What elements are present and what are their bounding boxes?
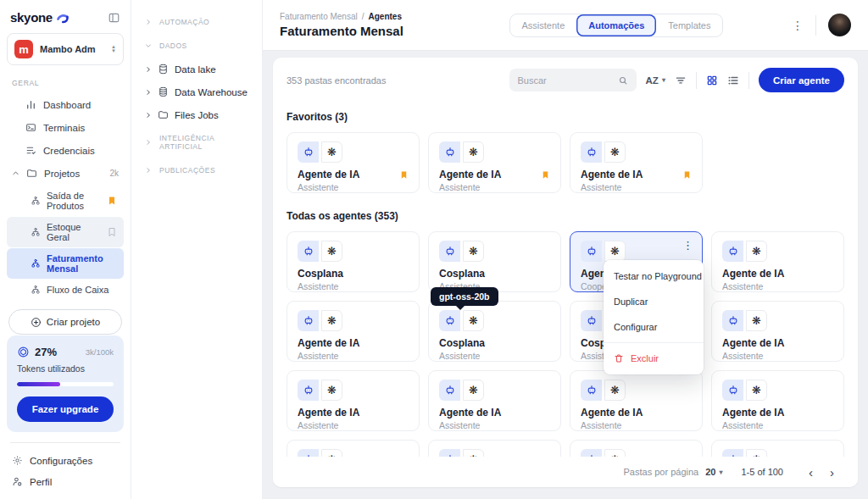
card-title-row: Agente de IA xyxy=(298,407,409,419)
list-view-icon[interactable] xyxy=(727,75,739,86)
person-icon xyxy=(12,476,23,487)
sidebar-project-item[interactable]: Fluxo de Caixa xyxy=(7,280,124,300)
robot-agent-icon xyxy=(581,241,602,262)
terminal-icon xyxy=(25,122,36,133)
sidebar-item-projetos[interactable]: Projetos 2k xyxy=(7,162,124,185)
filter-icon[interactable] xyxy=(675,75,687,86)
agent-card[interactable]: ❋ Agente de IA Assistente xyxy=(287,370,420,431)
chevron-right-icon xyxy=(145,112,152,119)
content-panel: 353 pastas encontradas AZ ▾ xyxy=(273,58,858,487)
project-label: Fluxo de Caixa xyxy=(47,285,108,295)
card-icon-badges: ❋ xyxy=(581,141,692,163)
divider xyxy=(748,72,749,89)
agent-card[interactable]: ❋ Agente de IA Assistente xyxy=(287,132,420,193)
card-icon-badges: ❋ xyxy=(722,449,833,457)
openai-model-icon: ❋ xyxy=(321,141,342,163)
bookmark-filled-icon[interactable] xyxy=(399,170,409,180)
tree-group-automacao[interactable]: AUTOMAÇÃO xyxy=(140,10,253,34)
grid-view-icon[interactable] xyxy=(706,75,718,86)
sidebar-item-settings[interactable]: Configurações xyxy=(7,450,124,471)
agent-card[interactable]: ❋ xyxy=(711,440,844,457)
tree-item-data-lake[interactable]: Data lake xyxy=(140,58,253,80)
per-page-label: Pastas por página xyxy=(624,467,699,477)
usage-progress-track xyxy=(17,382,114,386)
agent-card[interactable]: ❋ xyxy=(570,440,703,457)
card-icon-badges: ❋ xyxy=(722,241,833,262)
menu-item-excluir[interactable]: Excluir xyxy=(604,346,704,371)
card-subtitle: Assistente xyxy=(298,420,409,430)
agent-card[interactable]: ❋ Agente de IA Assistente xyxy=(711,370,844,431)
card-title-row: Agente de IA xyxy=(298,169,409,180)
openai-model-icon: ❋ xyxy=(604,449,626,457)
collapse-sidebar-icon[interactable] xyxy=(108,12,120,24)
sort-az-button[interactable]: AZ ▾ xyxy=(646,75,665,86)
agent-card[interactable]: ❋ xyxy=(428,440,561,457)
card-icon-badges: ❋ xyxy=(298,310,409,331)
sidebar-item-dashboard[interactable]: Dashboard xyxy=(7,93,124,116)
search-input[interactable] xyxy=(518,75,611,86)
openai-model-icon: ❋ xyxy=(746,449,767,457)
cards-scroll-area[interactable]: Favoritos (3) ❋ Agente de IA Assistente … xyxy=(273,103,858,457)
user-avatar[interactable] xyxy=(828,14,851,36)
bookmark-filled-icon[interactable] xyxy=(541,170,550,180)
agent-card[interactable]: ❋ Cosplana Assistente xyxy=(428,301,561,362)
bookmark-outline-icon[interactable] xyxy=(107,227,117,237)
per-page-select[interactable]: 20 ▾ xyxy=(705,467,722,477)
bookmark-filled-icon[interactable] xyxy=(107,196,117,206)
favorites-section-title: Favoritos (3) xyxy=(287,111,844,123)
robot-agent-icon xyxy=(581,310,602,331)
card-context-menu: Testar no Playground Duplicar Configurar… xyxy=(604,260,704,374)
menu-item-testar-no-playground[interactable]: Testar no Playground xyxy=(604,263,704,289)
agent-card[interactable]: ❋ Agente de IA Assistente xyxy=(428,132,561,193)
tree-group-inteligencia-artificial[interactable]: INTELIGÊNCIA ARTIFICIAL xyxy=(140,126,253,158)
agent-card[interactable]: ❋ Agente de IA Assistente xyxy=(570,370,703,431)
pagination-bar: Pastas por página 20 ▾ 1-5 of 100 ‹ › xyxy=(273,457,858,487)
tree-item-files-jobs[interactable]: Files Jobs xyxy=(140,103,253,126)
create-agent-button[interactable]: Criar agente xyxy=(759,68,844,92)
sidebar-project-item[interactable]: Saída de Produtos xyxy=(7,186,124,216)
agent-card[interactable]: ❋ Cosplana Assistente xyxy=(428,231,561,292)
tree-item-data-warehouse[interactable]: Data Warehouse xyxy=(140,80,253,103)
tab-automacoes[interactable]: Automações xyxy=(576,14,656,36)
card-subtitle: Assistente xyxy=(722,281,833,291)
tab-assistente[interactable]: Assistente xyxy=(510,14,577,36)
agent-card[interactable]: ❋ Agente de IA Assistente xyxy=(711,231,844,292)
chevron-right-icon xyxy=(145,167,152,174)
agent-card[interactable]: ❋ xyxy=(287,440,420,457)
next-page-button[interactable]: › xyxy=(825,464,839,480)
agent-card[interactable]: ❋ Cosplana Assistente xyxy=(287,231,420,292)
previous-page-button[interactable]: ‹ xyxy=(804,464,818,480)
card-icon-badges: ❋ xyxy=(298,380,409,401)
usage-caption: Tokens utilizados xyxy=(17,363,114,374)
breadcrumb-parent[interactable]: Faturamento Mensal xyxy=(280,12,358,21)
robot-agent-icon xyxy=(439,310,460,331)
upgrade-button[interactable]: Fazer upgrade xyxy=(17,396,114,422)
data-tree-panel: AUTOMAÇÃO DADOS Data lake Data Warehouse… xyxy=(131,0,263,499)
sidebar-item-profile[interactable]: Perfil xyxy=(7,471,124,492)
tree-group-publicacoes[interactable]: PUBLICAÇÕES xyxy=(140,158,253,182)
per-page-value: 20 xyxy=(705,467,715,477)
menu-item-configurar[interactable]: Configurar xyxy=(604,314,704,340)
card-kebab-icon[interactable]: ⋮ xyxy=(682,240,693,251)
sidebar-project-item[interactable]: Estoque Geral xyxy=(7,217,124,247)
create-project-button[interactable]: Criar projeto xyxy=(8,309,122,335)
header-kebab-menu-icon[interactable]: ⋮ xyxy=(792,19,804,31)
robot-agent-icon xyxy=(722,310,743,331)
openai-model-icon: ❋ xyxy=(746,241,767,262)
sidebar-item-terminais[interactable]: Terminais xyxy=(7,116,124,139)
card-subtitle: Assistente xyxy=(298,281,409,291)
divider xyxy=(696,72,697,89)
toolbar: 353 pastas encontradas AZ ▾ xyxy=(273,58,858,103)
agent-card[interactable]: ❋ Agente de IA Assistente xyxy=(711,301,844,362)
agent-card[interactable]: ❋ Agente de IA Assistente xyxy=(570,132,703,193)
tab-templates[interactable]: Templates xyxy=(656,14,722,36)
bookmark-filled-icon[interactable] xyxy=(682,170,692,180)
sidebar-item-credenciais[interactable]: Credenciais xyxy=(7,139,124,162)
tree-group-dados[interactable]: DADOS xyxy=(140,34,253,58)
sidebar-project-item[interactable]: Faturamento Mensal xyxy=(7,248,124,279)
agent-card[interactable]: ❋ Agente de IA Assistente xyxy=(428,370,561,431)
robot-agent-icon xyxy=(439,241,460,262)
agent-card[interactable]: ❋ Agente de IA Assistente xyxy=(287,301,420,362)
menu-item-duplicar[interactable]: Duplicar xyxy=(604,289,704,314)
account-switcher[interactable]: m Mambo Adm ▲▼ xyxy=(7,33,124,65)
